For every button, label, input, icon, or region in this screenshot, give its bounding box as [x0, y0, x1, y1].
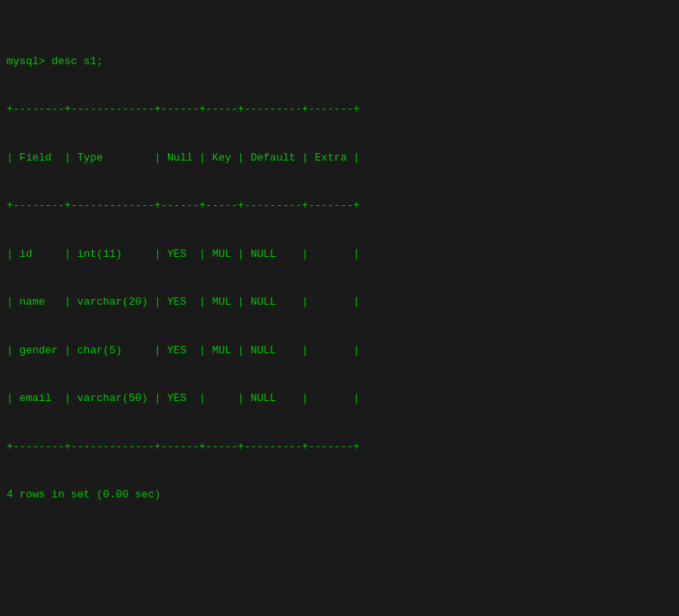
- line-gender: | gender | char(5) | YES | MUL | NULL | …: [7, 343, 672, 359]
- line-email: | email | varchar(50) | YES | | NULL | |: [7, 390, 672, 407]
- line-rows1: 4 rows in set (0.00 sec): [7, 487, 672, 503]
- line-desc: mysql> desc s1;: [7, 54, 672, 70]
- line-name: | name | varchar(20) | YES | MUL | NULL …: [7, 294, 672, 310]
- line-header: | Field | Type | Null | Key | Default | …: [7, 150, 672, 166]
- line-border3: +--------+-------------+------+-----+---…: [7, 439, 672, 455]
- line-blank1: [7, 535, 672, 552]
- line-border1: +--------+-------------+------+-----+---…: [7, 101, 672, 118]
- terminal-window: mysql> desc s1; +--------+-------------+…: [0, 0, 679, 616]
- line-id: | id | int(11) | YES | MUL | NULL | |: [7, 246, 672, 263]
- line-border2: +--------+-------------+------+-----+---…: [7, 198, 672, 214]
